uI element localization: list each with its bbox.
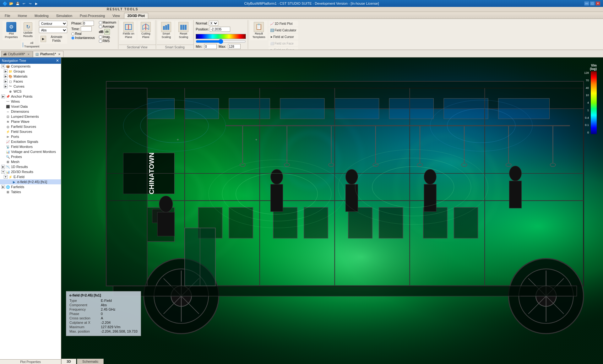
rms-check[interactable]: RMS xyxy=(99,39,116,43)
color-ramp-slider[interactable] xyxy=(196,40,246,43)
titlebar-controls[interactable]: — □ ✕ xyxy=(584,1,600,6)
open-icon[interactable]: 📂 xyxy=(9,1,14,6)
tree-1d-results[interactable]: ▶ 📉 1D Results xyxy=(0,164,61,169)
all-transparent-button[interactable]: All Transparent xyxy=(21,40,35,50)
properties-button[interactable]: ⚙ Plot Properties xyxy=(3,21,20,40)
close-button[interactable]: ✕ xyxy=(595,1,600,6)
maximum-check[interactable]: Maximum xyxy=(99,21,116,24)
reset-scaling-button[interactable]: Reset Scaling xyxy=(175,21,192,40)
tree-materials[interactable]: ▶ 🎨 Materials xyxy=(0,74,61,79)
update-results-button[interactable]: ↻ Update Results xyxy=(21,21,35,40)
minimize-button[interactable]: — xyxy=(584,1,589,6)
maximize-button[interactable]: □ xyxy=(590,1,595,6)
tree-anchor-points[interactable]: ▶ 📌 Anchor Points xyxy=(0,94,61,99)
imag-check[interactable]: Imag. xyxy=(99,35,116,39)
tree-wcs[interactable]: ⊕ WCS xyxy=(0,89,61,94)
tree-efield-item[interactable]: ▶ e-field (f=2.45) [fs1] xyxy=(0,179,61,184)
tree-ports[interactable]: ⊳ Ports xyxy=(0,134,61,139)
tree-field-monitors[interactable]: 📡 Field Monitors xyxy=(0,144,61,149)
average-check[interactable]: Average xyxy=(99,25,116,28)
instantaneous-radio[interactable] xyxy=(71,36,74,40)
average-checkbox[interactable] xyxy=(99,25,102,28)
tools-col1: 📋 Result Templates xyxy=(250,21,268,40)
cutting-plane-button[interactable]: Cutting Plane xyxy=(138,21,154,40)
tree-mesh[interactable]: ⊞ Mesh xyxy=(0,159,61,164)
tab-modeling[interactable]: Modeling xyxy=(31,13,52,19)
tree-farfields[interactable]: ▶ 🌐 Farfields xyxy=(0,184,61,189)
tab-simulation[interactable]: Simulation xyxy=(53,13,76,19)
efield-expand[interactable]: ▼ xyxy=(4,175,8,179)
excitation-icon: 📈 xyxy=(6,139,10,144)
max-input[interactable] xyxy=(228,44,241,49)
1d-field-plot-button[interactable]: 📈 1D Field Plot xyxy=(269,21,298,26)
time-input[interactable] xyxy=(81,26,92,31)
tree-2d3d-results[interactable]: ▼ 📊 2D/3D Results xyxy=(0,169,61,174)
tree-voxel[interactable]: ⬛ Voxel Data xyxy=(0,104,61,109)
tree-efield[interactable]: ▼ ⚡ E-Field xyxy=(0,174,61,179)
real-radio[interactable] xyxy=(71,32,74,35)
maximum-checkbox[interactable] xyxy=(99,21,102,24)
min-input[interactable] xyxy=(204,44,217,49)
materials-expand[interactable]: ▶ xyxy=(4,74,8,78)
save-icon[interactable]: 💾 xyxy=(15,1,20,6)
farfields-expand[interactable]: ▶ xyxy=(1,185,5,189)
abs-dropdown[interactable]: Abs xyxy=(39,27,67,33)
anchor-expand[interactable]: ▶ xyxy=(1,95,5,98)
field-calculator-button[interactable]: 🔢 Field Calculator xyxy=(269,27,298,33)
phase-input[interactable] xyxy=(83,21,94,26)
field-at-cursor-button[interactable]: ➤ Field at Cursor xyxy=(269,34,298,40)
result-templates-button[interactable]: 📋 Result Templates xyxy=(250,21,268,40)
animate-fields-button[interactable]: ▶ Animate Fields xyxy=(39,34,67,44)
tree-dimensions[interactable]: ↔ Dimensions xyxy=(0,109,61,114)
1d-results-expand[interactable]: ▶ xyxy=(1,165,5,169)
tree-components[interactable]: ▼ 📦 Components xyxy=(0,64,61,69)
start-icon[interactable]: ▶ xyxy=(34,1,39,6)
tab-file[interactable]: File xyxy=(1,13,14,19)
fields-on-plane-button[interactable]: Fields on Plane xyxy=(120,21,137,40)
nav-panel: Navigation Tree ✕ ▼ 📦 Components ▶ 📁 Gro… xyxy=(0,57,61,364)
tab-home[interactable]: Home xyxy=(14,13,30,19)
tree-tables[interactable]: ⊞ Tables xyxy=(0,189,61,194)
tab-post-processing[interactable]: Post-Processing xyxy=(76,13,108,19)
tree-probes[interactable]: 🔍 Probes xyxy=(0,154,61,159)
tab-view[interactable]: View xyxy=(109,13,123,19)
groups-expand[interactable]: ▶ xyxy=(4,69,8,73)
redo-icon[interactable]: ↪ xyxy=(28,1,33,6)
instantaneous-check[interactable]: Instantaneous xyxy=(71,36,95,40)
tree-lumped[interactable]: ⊡ Lumped Elements xyxy=(0,114,61,119)
tree-faces[interactable]: ▶ ◻ Faces xyxy=(0,79,61,84)
contour-dropdown[interactable]: Contour xyxy=(39,21,67,26)
field-on-curve-button[interactable]: 〜 Field on Curve xyxy=(269,47,298,50)
tab-2d3d-plot[interactable]: 2D/3D Plot xyxy=(124,13,148,19)
color-ramp-bar[interactable] xyxy=(196,34,246,39)
tree-groups[interactable]: ▶ 📁 Groups xyxy=(0,69,61,74)
2d3d-results-expand[interactable]: ▼ xyxy=(1,170,5,174)
imag-checkbox[interactable] xyxy=(99,35,102,39)
components-expand[interactable]: ▼ xyxy=(1,64,5,68)
faces-expand[interactable]: ▶ xyxy=(4,79,8,83)
citybuses-close-button[interactable]: ✕ xyxy=(27,53,30,56)
position-input[interactable] xyxy=(210,27,230,32)
tree-field-sources[interactable]: ⚡ Field Sources xyxy=(0,129,61,134)
smart-scaling-button[interactable]: Smart Scaling xyxy=(158,21,174,40)
viewport[interactable]: CHINATOWN xyxy=(61,57,603,364)
field-on-face-button[interactable]: ⬜ Field on Face xyxy=(269,41,298,46)
tree-voltage-current[interactable]: 📊 Voltage and Current Monitors xyxy=(0,149,61,154)
curves-expand[interactable]: ▶ xyxy=(4,84,8,88)
tree-plane-wave[interactable]: ≋ Plane Wave xyxy=(0,119,61,124)
real-check[interactable]: Real xyxy=(71,32,95,35)
rms-checkbox[interactable] xyxy=(99,40,102,43)
schematic-tab[interactable]: Schematic xyxy=(77,359,104,364)
undo-icon[interactable]: ↩ xyxy=(21,1,26,6)
tree-curves[interactable]: ▶ 〜 Curves xyxy=(0,84,61,89)
doc-tab-platform1[interactable]: 🏢 Platform1* ✕ xyxy=(33,51,63,57)
platform1-close-button[interactable]: ✕ xyxy=(58,53,61,56)
nav-close-button[interactable]: ✕ xyxy=(56,58,59,63)
normal-select[interactable]: X Y Z xyxy=(209,21,218,26)
doc-tab-citybuses[interactable]: 🏙 CityBusWifi* ✕ xyxy=(1,51,33,57)
group-tools: 📋 Result Templates 📈 1D Field Plot 🔢 Fie… xyxy=(249,20,300,49)
tree-farfield-sources[interactable]: ◎ Farfield Sources xyxy=(0,124,61,129)
3d-tab[interactable]: 3D xyxy=(61,359,76,364)
tree-excitation[interactable]: 📈 Excitation Signals xyxy=(0,139,61,144)
tree-wires[interactable]: 〰 Wires xyxy=(0,99,61,104)
